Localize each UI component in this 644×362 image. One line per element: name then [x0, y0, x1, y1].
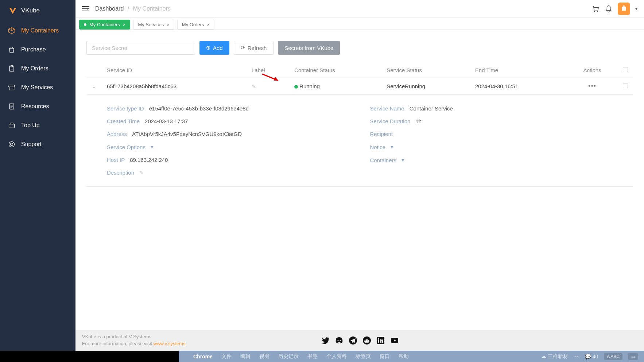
sync-icon[interactable]: 〰 — [574, 354, 579, 359]
expand-row-icon[interactable]: ⌄ — [92, 83, 97, 89]
detail-label: Service type ID — [107, 105, 144, 112]
edit-label-icon[interactable]: ✎ — [252, 83, 256, 89]
breadcrumb-root[interactable]: Dashboard — [95, 5, 124, 12]
detail-value: e154ff0e-7e5c-453b-b33e-f03d296e4e8d — [149, 105, 249, 112]
detail-label: Service Name — [370, 105, 404, 112]
brand-logo[interactable]: VKube — [0, 0, 75, 21]
sidebar-item-my-containers[interactable]: My Containers — [0, 21, 75, 40]
menubar-item[interactable]: 文件 — [221, 353, 232, 360]
add-button-label: Add — [213, 45, 223, 51]
detail-label: Created Time — [107, 118, 140, 124]
youtube-icon[interactable] — [390, 336, 399, 345]
breadcrumb-sep: / — [128, 5, 129, 12]
menubar-item[interactable]: 个人资料 — [326, 353, 347, 360]
battery-icon[interactable]: ▭ — [628, 353, 638, 360]
menubar-item[interactable]: 历史记录 — [278, 353, 299, 360]
status-running-icon — [294, 85, 298, 89]
menu-toggle-icon[interactable] — [82, 6, 89, 12]
breadcrumb-current: My Containers — [133, 5, 171, 12]
tab-active-dot-icon — [84, 23, 86, 26]
refresh-button-label: Refresh — [248, 45, 267, 51]
footer-link[interactable]: www.v.systems — [154, 341, 186, 346]
cell-service-id: 65f173b4208a5bb8fda45c63 — [102, 78, 247, 95]
linkedin-icon[interactable] — [376, 336, 385, 345]
sidebar-item-my-services[interactable]: My Services — [0, 78, 75, 97]
detail-value: ATtAbpVr5kJA4v5FpeyNcnSVGU9koX3atGD — [132, 131, 242, 137]
avatar[interactable] — [618, 3, 630, 15]
sidebar: VKube My Containers Purchase My Orders M… — [0, 0, 75, 351]
refresh-button[interactable]: ⟳ Refresh — [234, 41, 274, 55]
toolbar: ⊕ Add ⟳ Refresh Secrets from VKube — [86, 41, 633, 55]
reddit-icon[interactable] — [362, 336, 371, 345]
col-actions: Actions — [567, 63, 618, 78]
twitter-icon[interactable] — [321, 336, 330, 345]
row-checkbox[interactable] — [623, 83, 628, 88]
detail-label: Containers — [370, 157, 397, 163]
menubar-item[interactable]: 书签 — [307, 353, 318, 360]
svg-point-14 — [594, 11, 595, 12]
sidebar-item-resources[interactable]: Resources — [0, 97, 75, 116]
bag-icon — [8, 46, 15, 53]
detail-label: Description — [107, 170, 134, 176]
tab-my-orders[interactable]: My Orders × — [177, 20, 214, 30]
caret-down-icon[interactable]: ▾ — [401, 157, 404, 163]
svg-point-27 — [378, 338, 379, 339]
containers-table: Service ID Label Container Status Servic… — [86, 63, 633, 187]
sidebar-item-label: My Orders — [21, 65, 49, 72]
detail-label: Recipient — [370, 131, 393, 137]
svg-point-10 — [11, 143, 13, 146]
svg-point-22 — [364, 339, 369, 343]
menubar-app[interactable]: Chrome — [193, 354, 213, 359]
topbar: Dashboard / My Containers ▾ — [75, 0, 644, 18]
breadcrumb: Dashboard / My Containers — [95, 5, 171, 12]
menubar-item[interactable]: 标签页 — [356, 353, 371, 360]
select-all-checkbox[interactable] — [623, 67, 628, 72]
status-text[interactable]: ☁ 三样新材 — [541, 353, 568, 360]
secrets-button[interactable]: Secrets from VKube — [278, 41, 340, 55]
tab-close-icon[interactable]: × — [123, 22, 126, 27]
col-container-status: Container Status — [289, 63, 381, 78]
menubar-item[interactable]: 编辑 — [240, 353, 251, 360]
sidebar-item-label: Top Up — [21, 122, 40, 129]
edit-icon[interactable]: ✎ — [139, 170, 143, 175]
tab-label: My Orders — [182, 22, 204, 27]
document-icon — [8, 103, 15, 110]
discord-icon[interactable] — [335, 336, 344, 345]
tab-close-icon[interactable]: × — [207, 22, 210, 27]
sidebar-item-my-orders[interactable]: My Orders — [0, 59, 75, 78]
search-input[interactable] — [86, 41, 195, 55]
tab-my-containers[interactable]: My Containers × — [79, 20, 130, 30]
row-actions-menu[interactable]: ••• — [588, 82, 596, 90]
sidebar-item-purchase[interactable]: Purchase — [0, 40, 75, 59]
detail-panel: Service type IDe154ff0e-7e5c-453b-b33e-f… — [86, 95, 633, 187]
menubar-item[interactable]: 帮助 — [399, 353, 409, 360]
caret-down-icon[interactable]: ▾ — [151, 144, 154, 150]
telegram-icon[interactable] — [349, 336, 357, 345]
menubar-item[interactable]: 视图 — [259, 353, 269, 360]
cube-icon — [8, 27, 15, 34]
avatar-caret-icon[interactable]: ▾ — [635, 6, 637, 11]
footer-text: VKube is a product of V Systems For more… — [82, 334, 186, 347]
svg-point-15 — [597, 11, 598, 12]
sidebar-item-top-up[interactable]: Top Up — [0, 116, 75, 135]
sidebar-item-label: Resources — [21, 103, 49, 110]
detail-value: 1h — [415, 118, 422, 124]
menubar-item[interactable]: 窗口 — [380, 353, 390, 360]
main-content: ⊕ Add ⟳ Refresh Secrets from VKube Servi… — [75, 30, 644, 330]
tab-my-services[interactable]: My Services × — [133, 20, 174, 30]
sidebar-item-support[interactable]: Support — [0, 135, 75, 154]
input-method[interactable]: A ABC — [604, 353, 622, 360]
detail-label: Service Options — [107, 144, 146, 150]
table-row: ⌄ 65f173b4208a5bb8fda45c63 ✎ Running Ser… — [86, 78, 633, 95]
topup-icon — [8, 122, 15, 129]
tab-close-icon[interactable]: × — [167, 22, 170, 27]
cart-icon[interactable] — [591, 5, 600, 13]
add-button[interactable]: ⊕ Add — [199, 41, 229, 55]
footer: VKube is a product of V Systems For more… — [75, 330, 644, 351]
avatar-puzzle-icon — [620, 5, 628, 13]
caret-down-icon[interactable]: ▾ — [391, 144, 393, 150]
bell-icon[interactable] — [605, 5, 613, 13]
cell-container-status: Running — [289, 78, 381, 95]
wechat-status[interactable]: 💬 40 — [585, 354, 598, 359]
clipboard-icon — [8, 65, 15, 72]
